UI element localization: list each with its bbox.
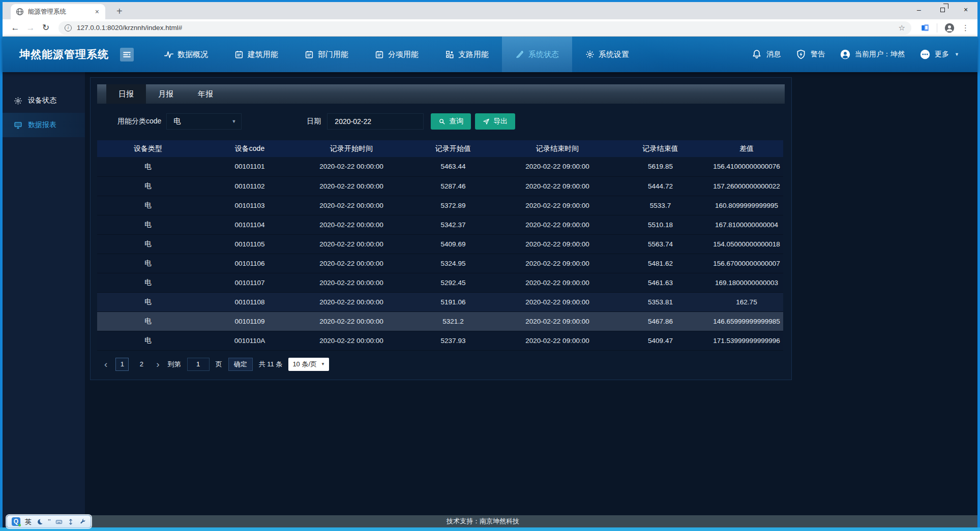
sidebar-item-icon [14, 121, 22, 130]
nav-item[interactable]: 数据概况 [151, 37, 221, 72]
back-button[interactable]: ← [8, 23, 23, 33]
ime-language-mode[interactable]: 英 [25, 517, 32, 526]
category-label: 用能分类code [117, 117, 161, 126]
table-row[interactable]: 电 00101106 2020-02-22 00:00:00 5324.95 2… [97, 254, 783, 273]
more-button[interactable]: 更多 ▼ [920, 49, 959, 59]
nav-item[interactable]: 分项用能 [362, 37, 432, 72]
table-row[interactable]: 电 0010110A 2020-02-22 00:00:00 5237.93 2… [97, 331, 783, 350]
sogou-icon[interactable]: Q [12, 517, 20, 526]
report-tabbar: 日报 月报 年报 [97, 84, 785, 104]
cell-end-value: 5510.18 [611, 215, 710, 234]
sidebar-item[interactable]: 数据报表 [3, 113, 85, 137]
table-row[interactable]: 电 00101104 2020-02-22 00:00:00 5342.37 2… [97, 215, 783, 234]
cell-start-value: 5409.69 [402, 234, 504, 254]
cell-device-code: 00101106 [199, 254, 301, 273]
report-tab[interactable]: 日报 [106, 84, 146, 104]
column-header: 差值 [710, 140, 783, 157]
pagination: ‹ 1 2 › 到第 1 页 确定 共 11 条 10 条/页 ▼ [97, 358, 785, 371]
nav-item[interactable]: 系统设置 [572, 37, 642, 72]
sidebar-item[interactable]: 设备状态 [3, 88, 85, 113]
next-page-icon[interactable]: › [154, 358, 161, 371]
page-info-icon[interactable]: i [65, 24, 72, 32]
column-header: 设备code [199, 140, 301, 157]
cell-start-value: 5287.46 [402, 176, 504, 196]
confirm-button[interactable]: 确定 [228, 358, 253, 371]
restore-button[interactable] [931, 2, 954, 17]
forward-button[interactable]: → [23, 23, 38, 33]
extension-icon[interactable] [920, 23, 930, 33]
cell-diff: 154.05000000000018 [710, 234, 783, 254]
ellipsis-icon [920, 49, 930, 59]
prev-page-icon[interactable]: ‹ [102, 358, 109, 371]
goto-page-input[interactable]: 1 [187, 358, 210, 371]
nav-item[interactable]: 系统状态 [502, 37, 572, 72]
wrench-icon[interactable] [79, 518, 86, 525]
table-row[interactable]: 电 00101103 2020-02-22 00:00:00 5372.89 2… [97, 196, 783, 215]
cell-diff: 160.8099999999995 [710, 196, 783, 215]
cell-start-time: 2020-02-22 00:00:00 [301, 196, 402, 215]
sidebar-item-icon [14, 97, 22, 105]
punctuation-toggle[interactable]: ’’ [48, 518, 51, 525]
profile-icon[interactable] [944, 23, 955, 33]
report-tab[interactable]: 月报 [146, 84, 186, 104]
search-button-label: 查询 [449, 117, 463, 126]
table-row[interactable]: 电 00101109 2020-02-22 00:00:00 5321.2 20… [97, 311, 783, 331]
nav-item-label: 建筑用能 [248, 50, 278, 59]
browser-menu-icon[interactable]: ⋮ [962, 23, 969, 33]
minimize-button[interactable]: – [907, 2, 931, 17]
category-select[interactable]: 电 ▼ [166, 113, 242, 130]
page-size-select[interactable]: 10 条/页 ▼ [288, 358, 329, 371]
search-button[interactable]: 查询 [431, 113, 471, 130]
report-tab-label: 日报 [118, 89, 134, 99]
messages-button[interactable]: 消息 [752, 49, 781, 59]
alerts-button[interactable]: 警告 [796, 49, 825, 59]
keyboard-icon[interactable] [55, 518, 63, 525]
moon-icon[interactable] [36, 518, 43, 525]
cell-start-time: 2020-02-22 00:00:00 [301, 331, 402, 350]
send-icon [483, 118, 490, 125]
table-row[interactable]: 电 00101102 2020-02-22 00:00:00 5287.46 2… [97, 176, 783, 196]
cell-start-value: 5292.45 [402, 273, 504, 292]
reload-button[interactable]: ↻ [38, 22, 53, 33]
nav-item-label: 系统设置 [599, 50, 629, 59]
hamburger-icon[interactable] [120, 48, 134, 61]
page-number[interactable]: 1 [115, 358, 129, 371]
sidebar-item-label: 数据报表 [28, 120, 56, 130]
browser-tab[interactable]: 能源管理系统 × [11, 4, 105, 19]
table-row[interactable]: 电 00101108 2020-02-22 00:00:00 5191.06 2… [97, 292, 783, 311]
tab-close-icon[interactable]: × [93, 8, 101, 16]
close-button[interactable]: × [954, 2, 977, 17]
nav-item[interactable]: 支路用能 [432, 37, 502, 72]
table-row[interactable]: 电 00101101 2020-02-22 00:00:00 5463.44 2… [97, 157, 783, 176]
toolbar-layout-icon[interactable] [67, 518, 74, 525]
page-number[interactable]: 2 [135, 358, 148, 371]
nav-item[interactable]: 建筑用能 [221, 37, 291, 72]
more-label: 更多 [935, 50, 949, 59]
navbar-right: 消息 警告 当前用户：坤然 更多 ▼ [752, 49, 959, 59]
table-row[interactable]: 电 00101105 2020-02-22 00:00:00 5409.69 2… [97, 234, 783, 254]
ime-toolbar: Q 英 ’’ [7, 515, 91, 528]
new-tab-button[interactable]: + [112, 6, 127, 17]
cell-device-code: 00101109 [199, 311, 301, 331]
column-header: 记录结束值 [611, 140, 710, 157]
nav-item[interactable]: 部门用能 [291, 37, 362, 72]
nav-item-icon [515, 50, 524, 59]
url-text[interactable]: 127.0.0.1:8020/krznnh/index.html# [77, 24, 899, 32]
report-table: 设备类型 设备code 记录开始时间 记录开始值 记录结束时间 记录结束值 差值 [97, 140, 783, 351]
cell-device-code: 00101105 [199, 234, 301, 254]
cell-end-value: 5409.47 [611, 331, 710, 350]
export-button[interactable]: 导出 [475, 113, 515, 130]
bookmark-star-icon[interactable]: ☆ [899, 23, 905, 33]
cell-diff: 162.75 [710, 292, 783, 311]
cell-diff: 167.8100000000004 [710, 215, 783, 234]
cell-device-code: 00101107 [199, 273, 301, 292]
globe-favicon-icon [16, 8, 24, 16]
cell-diff: 156.41000000000076 [710, 157, 783, 176]
current-user[interactable]: 当前用户：坤然 [840, 49, 905, 59]
goto-label: 到第 [168, 360, 181, 369]
address-bar[interactable]: i 127.0.0.1:8020/krznnh/index.html# ☆ [58, 21, 911, 35]
app-navbar: 坤然能源管理系统 数据概况 建筑用能 部门用能 分项用能 [3, 37, 977, 72]
report-tab[interactable]: 年报 [186, 84, 225, 104]
table-row[interactable]: 电 00101107 2020-02-22 00:00:00 5292.45 2… [97, 273, 783, 292]
date-input[interactable]: 2020-02-22 [327, 113, 424, 130]
